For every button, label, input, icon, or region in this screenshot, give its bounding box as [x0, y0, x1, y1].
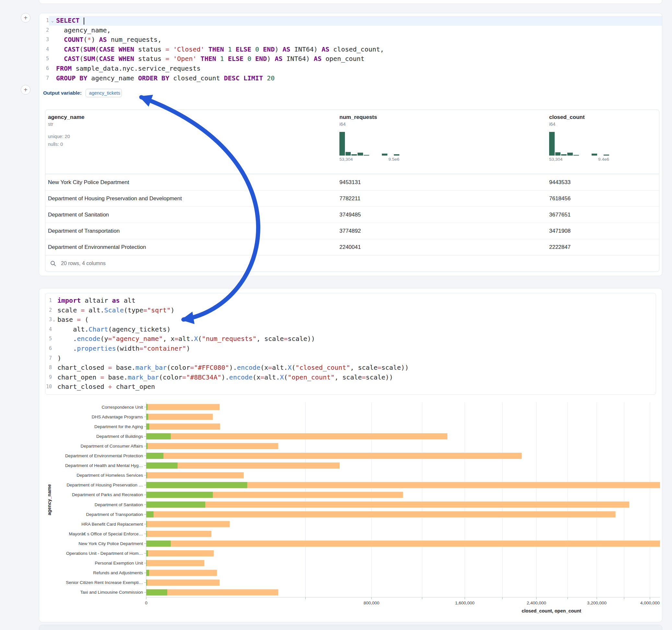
gutter-spacer — [52, 382, 56, 392]
code-text: import altair as alt — [56, 296, 656, 306]
line-number: 3 — [39, 35, 49, 45]
code-line[interactable]: 10chart_closed + chart_open — [45, 382, 656, 392]
bar-open_count — [146, 423, 149, 430]
table-cell: 2240041 — [339, 244, 549, 250]
line-number: 5 — [45, 334, 52, 344]
code-line[interactable]: 2scale = alt.Scale(type="sqrt") — [45, 306, 656, 315]
histogram-bar — [339, 132, 345, 155]
gutter-spacer — [52, 344, 56, 354]
table-row[interactable]: Department of Transportation377489234719… — [45, 223, 659, 239]
histogram-bar — [555, 152, 561, 155]
x-axis-label: 800,000 — [364, 601, 380, 605]
code-text: FROM sample_data.nyc.service_requests — [56, 64, 662, 74]
bar-closed_count — [146, 570, 217, 576]
line-number: 4 — [39, 45, 49, 54]
code-line[interactable]: 8chart_closed = base.mark_bar(color="#FF… — [45, 363, 656, 373]
code-line[interactable]: 6FROM sample_data.nyc.service_requests — [39, 64, 662, 74]
collapse-chevron-icon[interactable]: ⌄ — [52, 315, 56, 325]
bar-closed_count — [146, 443, 278, 449]
bar-open_count — [146, 414, 148, 420]
line-number: 3 — [45, 315, 52, 325]
code-line[interactable]: 3 COUNT(*) AS num_requests, — [39, 35, 662, 45]
bar-closed_count — [146, 453, 522, 459]
bar-closed_count — [146, 433, 447, 439]
bar-closed_count — [146, 472, 244, 478]
code-line[interactable]: 9chart_open = base.mark_bar(color="#8BC3… — [45, 373, 656, 382]
bar-open_count — [146, 560, 147, 566]
histogram-bar — [604, 154, 609, 156]
table-cell: New York City Police Department — [45, 179, 339, 186]
x-axis-label: 3,200,000 — [587, 601, 606, 605]
code-line[interactable]: 1⌄SELECT — [39, 16, 662, 26]
code-line[interactable]: 1import altair as alt — [45, 296, 656, 306]
output-variable-chip[interactable]: agency_tickets — [86, 89, 122, 97]
bar-closed_count — [146, 404, 220, 410]
code-line[interactable]: 6 .properties(width="container") — [45, 344, 656, 354]
line-number: 9 — [45, 373, 52, 382]
add-cell-button-output[interactable]: + — [21, 85, 30, 95]
bar-closed_count — [146, 540, 663, 547]
code-text: agency_name, — [56, 26, 662, 35]
table-row[interactable]: Department of Environmental Protection22… — [45, 239, 659, 255]
table-row[interactable]: Department of Sanitation37494853677651 — [45, 207, 659, 223]
code-text: SELECT — [56, 16, 662, 26]
table-row[interactable]: New York City Police Department945313194… — [45, 174, 659, 190]
column-name: closed_count — [549, 114, 659, 121]
line-number: 7 — [45, 354, 52, 363]
y-axis-label: Department of Homeless Services — [76, 473, 143, 478]
output-variable-label: Output variable: — [43, 90, 82, 96]
column-header-num_requests: num_requestsi6453,3049.5e6 — [339, 110, 549, 174]
y-axis-label: Department of Transportation — [86, 512, 143, 517]
column-header-closed_count: closed_counti6453,3049.4e6 — [549, 110, 659, 174]
code-text: .properties(width="container") — [56, 344, 656, 354]
y-axis-label: Department for the Aging — [94, 424, 143, 429]
code-line[interactable]: 4 alt.Chart(agency_tickets) — [45, 325, 656, 335]
code-line[interactable]: 4 CAST(SUM(CASE WHEN status = 'Closed' T… — [39, 45, 662, 54]
line-number: 2 — [39, 26, 49, 35]
table-cell: Department of Environmental Protection — [45, 244, 339, 250]
histogram-bar — [364, 155, 369, 155]
gutter-spacer — [49, 45, 56, 54]
text-cursor — [83, 18, 84, 25]
dataframe-header: agency_namestrunique: 20nulls: 0num_requ… — [45, 110, 659, 174]
x-axis-title: closed_count, open_count — [522, 608, 581, 613]
table-cell: 7618456 — [549, 195, 659, 202]
code-line[interactable]: 5 CAST(SUM(CASE WHEN status = 'Open' THE… — [39, 54, 662, 64]
add-cell-button-top[interactable]: + — [21, 13, 30, 23]
gutter-spacer — [52, 325, 56, 335]
table-cell: 2222847 — [549, 244, 659, 250]
sql-editor[interactable]: 1⌄SELECT 2 agency_name,3 COUNT(*) AS num… — [39, 13, 662, 83]
table-row[interactable]: Department of Housing Preservation and D… — [45, 190, 659, 207]
bar-closed_count — [146, 560, 204, 566]
bar-open_count — [146, 453, 163, 459]
y-axis-label: DHS Advantage Programs — [92, 414, 143, 419]
code-line[interactable]: 7GROUP BY agency_name ORDER BY closed_co… — [39, 74, 662, 83]
code-text: chart_closed = base.mark_bar(color="#FFC… — [56, 363, 656, 373]
code-line[interactable]: 3⌄base = ( — [45, 315, 656, 325]
code-line[interactable]: 2 agency_name, — [39, 26, 662, 35]
bar-closed_count — [146, 521, 230, 527]
table-cell: 7782211 — [339, 195, 549, 202]
search-icon[interactable] — [50, 260, 56, 267]
altair-chart-output: Correspondence UnitDHS Advantage Program… — [39, 395, 663, 622]
code-text: COUNT(*) AS num_requests, — [56, 35, 662, 45]
bar-open_count — [146, 492, 213, 498]
line-number: 10 — [45, 382, 52, 392]
column-type: i64 — [549, 122, 659, 127]
gutter-spacer — [52, 296, 56, 306]
y-axis-label: Department of Housing Preservation … — [67, 483, 143, 487]
bar-open_count — [146, 404, 147, 410]
code-text: scale = alt.Scale(type="sqrt") — [56, 306, 656, 315]
column-name: agency_name — [48, 114, 339, 121]
code-line[interactable]: 7) — [45, 354, 656, 363]
next-cell-stub — [39, 625, 662, 630]
histogram-bar — [394, 154, 399, 155]
collapse-chevron-icon[interactable]: ⌄ — [49, 16, 56, 26]
code-line[interactable]: 5 .encode(y="agency_name", x=alt.X("num_… — [45, 334, 656, 344]
y-axis-label: HRA Benefit Card Replacement — [81, 522, 143, 527]
x-axis-label: 2,400,000 — [527, 601, 546, 605]
column-type: i64 — [339, 122, 549, 127]
y-axis-title: agency_name — [47, 484, 52, 515]
python-cell: 1import altair as alt2scale = alt.Scale(… — [39, 288, 662, 622]
python-editor[interactable]: 1import altair as alt2scale = alt.Scale(… — [45, 293, 656, 395]
